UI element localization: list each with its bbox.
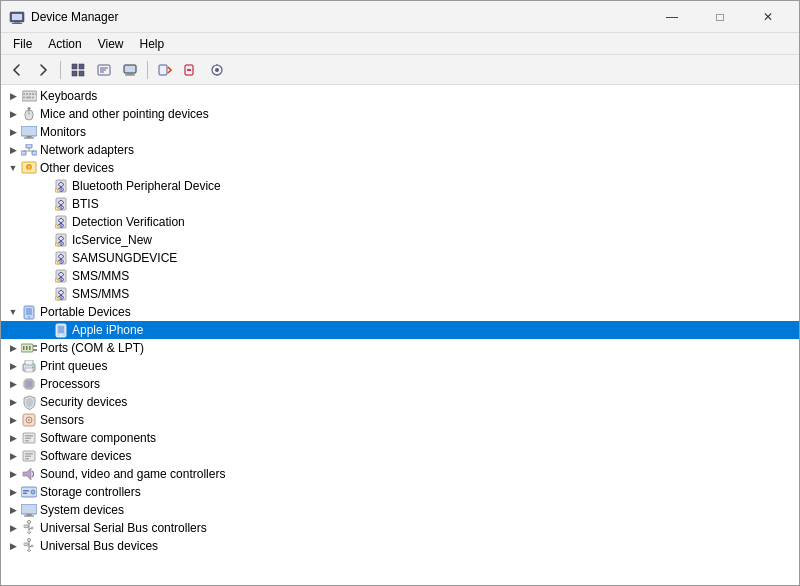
- tree-item-system[interactable]: ▶ System devices: [1, 501, 799, 519]
- forward-button[interactable]: [31, 58, 55, 82]
- menu-help[interactable]: Help: [132, 35, 173, 53]
- svg-rect-101: [25, 435, 33, 437]
- smsmms1-label: SMS/MMS: [72, 269, 129, 283]
- toolbar-monitor-button[interactable]: [118, 58, 142, 82]
- back-button[interactable]: [5, 58, 29, 82]
- svg-rect-115: [27, 514, 32, 516]
- svg-rect-26: [32, 93, 34, 95]
- expand-network[interactable]: ▶: [5, 142, 21, 158]
- detection-label: Detection Verification: [72, 215, 185, 229]
- tree-item-monitors[interactable]: ▶ Monitors: [1, 123, 799, 141]
- tree-item-smsmms2[interactable]: ▶ ! SMS/MMS: [1, 285, 799, 303]
- tree-item-samsung[interactable]: ▶ ! SAMSUNGDEVICE: [1, 249, 799, 267]
- mice-label: Mice and other pointing devices: [40, 107, 209, 121]
- svg-point-33: [28, 107, 31, 110]
- expand-ports[interactable]: ▶: [5, 340, 21, 356]
- tree-item-storage[interactable]: ▶ Storage controllers: [1, 483, 799, 501]
- svg-rect-23: [23, 93, 25, 95]
- tree-item-btis[interactable]: ▶ ! BTIS: [1, 195, 799, 213]
- tree-item-processors[interactable]: ▶ Processors: [1, 375, 799, 393]
- tree-item-other[interactable]: ▼ ! Other devices: [1, 159, 799, 177]
- expand-monitors[interactable]: ▶: [5, 124, 21, 140]
- expand-usb[interactable]: ▶: [5, 520, 21, 536]
- portable-label: Portable Devices: [40, 305, 131, 319]
- tree-item-iphone[interactable]: ▶ Apple iPhone: [1, 321, 799, 339]
- close-button[interactable]: ✕: [745, 1, 791, 33]
- tree-item-mice[interactable]: ▶ Mice and other pointing devices: [1, 105, 799, 123]
- expand-portable[interactable]: ▼: [5, 304, 21, 320]
- system-icon: [21, 502, 37, 518]
- print-label: Print queues: [40, 359, 107, 373]
- expand-processors[interactable]: ▶: [5, 376, 21, 392]
- smsmms2-label: SMS/MMS: [72, 287, 129, 301]
- expand-mice[interactable]: ▶: [5, 106, 21, 122]
- svg-rect-126: [24, 543, 28, 546]
- expand-usb2[interactable]: ▶: [5, 538, 21, 554]
- expand-sound[interactable]: ▶: [5, 466, 21, 482]
- expand-security[interactable]: ▶: [5, 394, 21, 410]
- svg-rect-6: [72, 71, 77, 76]
- software-comp-label: Software components: [40, 431, 156, 445]
- svg-rect-71: [58, 326, 64, 333]
- tree-item-usb[interactable]: ▶ Universal Serial Bus controllers: [1, 519, 799, 537]
- svg-rect-80: [25, 360, 33, 365]
- maximize-button[interactable]: □: [697, 1, 743, 33]
- expand-other[interactable]: ▼: [5, 160, 21, 176]
- svg-rect-75: [26, 346, 28, 350]
- svg-rect-28: [23, 97, 25, 99]
- svg-rect-27: [35, 93, 37, 95]
- svg-rect-107: [25, 458, 29, 460]
- expand-software-dev[interactable]: ▶: [5, 448, 21, 464]
- svg-rect-81: [25, 368, 33, 372]
- software-dev-label: Software devices: [40, 449, 131, 463]
- expand-storage[interactable]: ▶: [5, 484, 21, 500]
- svg-rect-22: [22, 91, 37, 101]
- svg-text:!: !: [58, 189, 59, 193]
- expand-keyboards[interactable]: ▶: [5, 88, 21, 104]
- toolbar-update-button[interactable]: [153, 58, 177, 82]
- menu-action[interactable]: Action: [40, 35, 89, 53]
- minimize-button[interactable]: —: [649, 1, 695, 33]
- tree-item-ports[interactable]: ▶ Ports (COM & LPT): [1, 339, 799, 357]
- samsung-icon: !: [53, 250, 69, 266]
- tree-item-usb2[interactable]: ▶ Universal Bus devices: [1, 537, 799, 555]
- tree-item-smsmms1[interactable]: ▶ ! SMS/MMS: [1, 267, 799, 285]
- toolbar-separator-2: [147, 61, 148, 79]
- tree-item-security[interactable]: ▶ Security devices: [1, 393, 799, 411]
- ports-label: Ports (COM & LPT): [40, 341, 144, 355]
- title-bar: Device Manager — □ ✕: [1, 1, 799, 33]
- toolbar-uninstall-button[interactable]: [179, 58, 203, 82]
- svg-rect-84: [26, 381, 32, 387]
- toolbar-scan-button[interactable]: [205, 58, 229, 82]
- samsung-label: SAMSUNGDEVICE: [72, 251, 177, 265]
- expand-software-comp[interactable]: ▶: [5, 430, 21, 446]
- tree-item-keyboards[interactable]: ▶ Keyboards: [1, 87, 799, 105]
- tree-item-network[interactable]: ▶ Network adapters: [1, 141, 799, 159]
- tree-item-portable[interactable]: ▼ Portable Devices: [1, 303, 799, 321]
- expand-sensors[interactable]: ▶: [5, 412, 21, 428]
- svg-rect-24: [26, 93, 28, 95]
- toolbar-properties-button[interactable]: [92, 58, 116, 82]
- menu-file[interactable]: File: [5, 35, 40, 53]
- svg-rect-112: [23, 490, 29, 492]
- tree-item-software-dev[interactable]: ▶ Software devices: [1, 447, 799, 465]
- software-dev-icon: [21, 448, 37, 464]
- tree-item-sound[interactable]: ▶ Sound, video and game controllers: [1, 465, 799, 483]
- toolbar-show-button[interactable]: [66, 58, 90, 82]
- tree-item-bluetooth[interactable]: ▶ ! Bluetooth Peripheral Device: [1, 177, 799, 195]
- tree-item-print[interactable]: ▶ Print queues: [1, 357, 799, 375]
- tree-item-sensors[interactable]: ▶ Sensors: [1, 411, 799, 429]
- menu-view[interactable]: View: [90, 35, 132, 53]
- tree-item-software-comp[interactable]: ▶ Software components: [1, 429, 799, 447]
- svg-rect-3: [12, 23, 22, 24]
- tree-item-detection[interactable]: ▶ ! Detection Verification: [1, 213, 799, 231]
- device-tree[interactable]: ▶ Keyboards ▶ Mice and other pointing de…: [1, 85, 799, 585]
- tree-item-icservice[interactable]: ▶ ! IcService_New: [1, 231, 799, 249]
- monitors-label: Monitors: [40, 125, 86, 139]
- svg-rect-13: [127, 73, 133, 75]
- expand-print[interactable]: ▶: [5, 358, 21, 374]
- print-icon: [21, 358, 37, 374]
- keyboards-icon: [21, 88, 37, 104]
- svg-marker-108: [23, 468, 31, 480]
- expand-system[interactable]: ▶: [5, 502, 21, 518]
